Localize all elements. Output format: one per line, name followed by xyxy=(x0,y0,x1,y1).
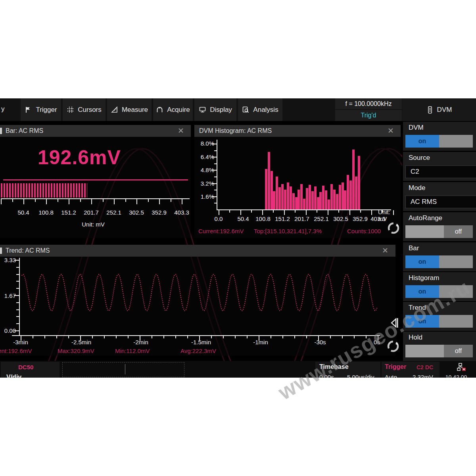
sidebar-section-dvm: DVM on xyxy=(403,122,476,151)
cursors-icon xyxy=(67,106,74,113)
tick xyxy=(371,210,372,215)
flag-icon xyxy=(25,106,32,113)
close-icon[interactable]: ✕ xyxy=(176,126,186,136)
tick xyxy=(212,157,217,157)
channel-coupling: DC50 xyxy=(18,364,33,370)
tick xyxy=(212,196,217,197)
dvm-toggle[interactable]: on xyxy=(405,135,473,148)
menu-item-trigger[interactable]: Trigger xyxy=(21,98,61,121)
tick xyxy=(148,199,149,202)
source-select[interactable]: C2 xyxy=(405,165,476,178)
menu-item-utility-clipped[interactable]: y xyxy=(1,105,5,113)
tick xyxy=(16,309,19,310)
menu-item-analysis[interactable]: Analysis xyxy=(238,98,282,121)
screenshot-canvas: y Trigger Cursors Measure xyxy=(0,0,476,476)
sidebar-section-bar: Bar on xyxy=(403,242,476,271)
trigger-label: Trigger xyxy=(385,363,406,370)
tick xyxy=(33,336,33,338)
tick xyxy=(294,336,295,338)
tick xyxy=(338,210,339,213)
source-value: C2 xyxy=(411,168,419,176)
gauge-tick-label: 201.7 xyxy=(84,209,99,216)
trend-x-label: -3min xyxy=(13,339,28,345)
bar-panel-body: 192.6mV 50.4 100.8 151.2 201.7 252.1 302… xyxy=(0,137,191,238)
sidebar-section-autorange: AutoRange off xyxy=(403,212,476,241)
tick xyxy=(214,150,217,151)
histogram-panel-titlebar: DVM Histogram: AC RMS ✕ xyxy=(194,125,401,137)
frequency-readout: f = 100.0000kHz Trig'd xyxy=(335,98,402,121)
menu-item-acquire[interactable]: Acquire xyxy=(153,98,193,121)
hold-toggle[interactable]: off xyxy=(405,345,473,357)
mode-label: Mode xyxy=(409,184,426,192)
toggle-on-half: on xyxy=(405,255,439,268)
toggle-off-half xyxy=(439,255,473,268)
marker-line xyxy=(125,364,125,374)
tick xyxy=(214,190,217,190)
tick xyxy=(16,316,19,317)
sidebar-section-hold: Hold off xyxy=(403,332,476,361)
hist-x-label: 100.8 xyxy=(255,215,271,222)
tick xyxy=(69,199,69,204)
tick xyxy=(136,199,137,204)
toggle-on-half xyxy=(405,225,444,238)
channel-info-box[interactable]: DC50 V/div xyxy=(1,362,60,378)
tick xyxy=(342,336,343,338)
close-icon[interactable]: ✕ xyxy=(386,126,396,136)
menu-item-display[interactable]: Display xyxy=(194,98,236,121)
tick xyxy=(152,336,152,338)
hist-x-label: 302.5 xyxy=(333,215,348,222)
tick xyxy=(247,336,248,338)
tick xyxy=(125,199,126,202)
bar-panel-title: Bar: AC RMS xyxy=(6,127,43,134)
sidebar-header-dvm: DVM xyxy=(402,98,476,121)
hist-stat-top: Top:[315.10,321.41],7.3% xyxy=(254,228,322,234)
refresh-icon[interactable] xyxy=(387,221,400,235)
tick xyxy=(251,210,252,213)
toggle-off-half xyxy=(439,315,473,328)
tick xyxy=(306,336,307,338)
tick xyxy=(46,199,47,204)
trend-stat-avg: Avg:222.3mV xyxy=(180,347,216,354)
gauge-tick-label: 352.9 xyxy=(152,209,167,216)
gauge-unit-label: Unit: mV xyxy=(82,221,105,228)
gauge-tick-label: 100.8 xyxy=(38,209,54,216)
trend-stat-max: Max:320.9mV xyxy=(58,347,94,354)
hist-x-label: 352.9 xyxy=(353,215,368,222)
tick xyxy=(68,336,69,338)
autorange-toggle[interactable]: off xyxy=(405,225,473,238)
tick xyxy=(219,210,219,215)
clock: 10.42.00 xyxy=(440,374,473,378)
trigger-box[interactable]: Trigger C2 DC Auto 2.32mV xyxy=(382,362,440,378)
tick xyxy=(163,336,164,338)
menu-item-cursors[interactable]: Cursors xyxy=(63,98,106,121)
source-label: Source xyxy=(409,154,430,162)
gauge-tick-label: 302.5 xyxy=(129,209,144,216)
hist-x-label: 151.2 xyxy=(275,215,290,222)
tick xyxy=(128,336,129,338)
tick xyxy=(223,336,224,338)
bar-toggle[interactable]: on xyxy=(405,255,473,268)
tick xyxy=(212,183,217,184)
tick xyxy=(175,336,176,338)
trend-stat-min: Min:112.0mV xyxy=(115,347,150,354)
hist-stat-counts: Counts:1000 xyxy=(347,228,381,234)
network-disconnected-icon[interactable] xyxy=(456,363,468,374)
menu-item-label: Trigger xyxy=(36,106,57,114)
trend-stat-current: Current:192.6mV xyxy=(0,347,32,354)
tick xyxy=(295,210,296,213)
mode-select[interactable]: AC RMS xyxy=(405,196,476,208)
tick xyxy=(80,199,81,202)
close-icon[interactable]: ✕ xyxy=(380,246,390,255)
tick xyxy=(44,336,45,338)
tick xyxy=(235,336,236,338)
trend-panel-body: 3.33 1.67 0.00 -3min -2.5min -2min -1.5m… xyxy=(0,257,395,356)
tick xyxy=(114,199,115,204)
hold-label: Hold xyxy=(409,334,422,342)
toggle-off-half: off xyxy=(444,345,473,357)
selection-dashed-box xyxy=(62,362,184,377)
trend-panel-title: Trend: AC RMS xyxy=(6,247,50,254)
tick xyxy=(159,199,160,204)
dvm-section-label: DVM xyxy=(409,124,424,132)
sidebar-section-mode: Mode AC RMS xyxy=(403,182,476,211)
menu-item-measure[interactable]: Measure xyxy=(107,98,152,121)
